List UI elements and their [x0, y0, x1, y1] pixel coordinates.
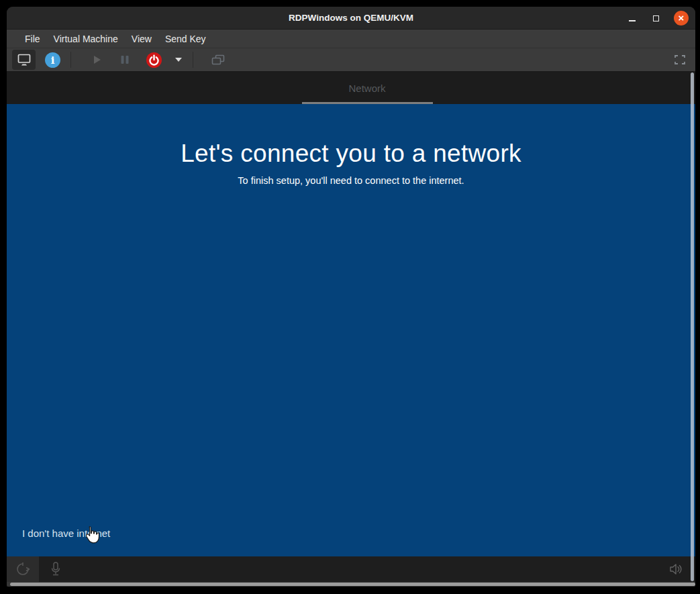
play-icon	[90, 53, 103, 66]
info-icon: i	[44, 52, 61, 68]
volume-icon	[668, 562, 683, 576]
minimize-icon	[629, 20, 636, 21]
maximize-button[interactable]	[650, 13, 661, 23]
oobe-step-network: Network	[348, 72, 385, 104]
ease-of-access-button[interactable]	[7, 556, 39, 582]
displays-icon	[211, 54, 226, 66]
close-button[interactable]: ×	[674, 11, 689, 26]
oobe-body: Let's connect you to a network To finish…	[7, 104, 695, 556]
oobe-subtitle: To finish setup, you'll need to connect …	[7, 175, 695, 186]
toolbar: i	[7, 48, 695, 72]
horizontal-scrollbar[interactable]	[7, 582, 695, 587]
menu-view[interactable]: View	[125, 30, 158, 48]
pause-button[interactable]	[111, 50, 138, 70]
vm-display[interactable]: Network Let's connect you to a network T…	[7, 72, 695, 582]
menu-virtual-machine[interactable]: Virtual Machine	[47, 30, 125, 48]
chevron-down-icon	[174, 57, 183, 62]
monitor-icon	[17, 53, 32, 66]
virtual-consoles-button[interactable]	[205, 50, 232, 70]
pause-icon	[119, 54, 131, 66]
fullscreen-button[interactable]	[670, 50, 690, 70]
maximize-icon	[653, 15, 659, 21]
titlebar[interactable]: RDPWindows on QEMU/KVM ×	[7, 7, 695, 30]
oobe-footer	[7, 556, 695, 582]
microphone-button[interactable]	[48, 561, 63, 577]
microphone-icon	[48, 561, 63, 577]
menu-file[interactable]: File	[18, 30, 47, 48]
toolbar-separator	[193, 52, 193, 68]
svg-text:i: i	[51, 54, 55, 66]
window-title: RDPWindows on QEMU/KVM	[7, 13, 695, 23]
fullscreen-icon	[674, 54, 686, 65]
horizontal-scrollbar-thumb[interactable]	[10, 583, 695, 586]
oobe-header: Network	[7, 72, 695, 104]
virt-manager-window: RDPWindows on QEMU/KVM × File Virtual Ma…	[7, 7, 695, 587]
window-controls: ×	[627, 7, 689, 30]
hand-cursor	[83, 526, 99, 545]
close-icon: ×	[679, 13, 685, 23]
shutdown-button[interactable]	[140, 50, 167, 70]
volume-button[interactable]	[668, 562, 683, 576]
oobe-title: Let's connect you to a network	[7, 104, 695, 168]
toolbar-separator	[70, 52, 71, 68]
vertical-scrollbar[interactable]	[691, 72, 694, 581]
menubar: File Virtual Machine View Send Key	[7, 30, 695, 48]
minimize-button[interactable]	[627, 13, 638, 23]
vm-details-button[interactable]: i	[41, 50, 64, 70]
power-icon	[146, 52, 162, 68]
run-button[interactable]	[83, 50, 110, 70]
menu-send-key[interactable]: Send Key	[158, 30, 213, 48]
shutdown-menu-button[interactable]	[168, 50, 189, 70]
ease-of-access-icon	[15, 561, 31, 577]
graphical-console-button[interactable]	[12, 50, 36, 70]
